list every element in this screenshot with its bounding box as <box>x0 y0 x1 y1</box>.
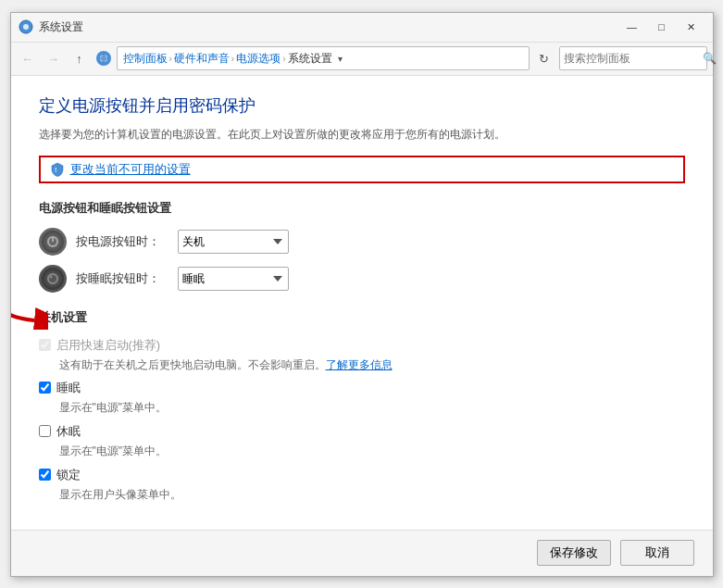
sleep-option-label: 睡眠 <box>56 380 81 396</box>
lock-checkbox[interactable] <box>39 469 51 481</box>
fast-startup-checkbox-item: 启用快速启动(推荐) <box>39 337 685 354</box>
window-icon <box>19 19 33 34</box>
breadcrumb-dropdown-arrow[interactable]: ▾ <box>338 54 343 64</box>
svg-text:!: ! <box>55 167 56 173</box>
hibernate-checkbox[interactable] <box>39 425 51 437</box>
save-button[interactable]: 保存修改 <box>537 540 611 566</box>
window-title: 系统设置 <box>39 19 618 35</box>
sleep-button-label: 按睡眠按钮时： <box>76 270 168 287</box>
sleep-checkbox-item: 睡眠 <box>39 380 685 396</box>
power-buttons-title: 电源按钮和睡眠按钮设置 <box>39 200 685 217</box>
svg-point-9 <box>48 274 57 283</box>
lock-label: 锁定 <box>56 467 81 483</box>
shield-icon: ! <box>50 162 65 177</box>
main-window: 系统设置 — □ ✕ ← → ↑ 控制面板 › 硬件和声音 › 电源选项 › 系… <box>10 12 714 577</box>
search-box: 🔍 <box>559 46 707 70</box>
settings-wrapper: 电源按钮和睡眠按钮设置 按电源按钮时： 关机 睡眠 休眠 不采取任何操 <box>39 200 685 510</box>
page-title: 定义电源按钮并启用密码保护 <box>39 94 685 117</box>
svg-point-10 <box>49 275 52 278</box>
change-settings-button[interactable]: ! 更改当前不可用的设置 <box>39 156 685 183</box>
sleep-button-row: 按睡眠按钮时： 睡眠 关机 休眠 不采取任何操作 <box>39 265 685 293</box>
power-button-label: 按电源按钮时： <box>76 233 168 250</box>
close-button[interactable]: ✕ <box>678 18 705 36</box>
fast-startup-desc: 这有助于在关机之后更快地启动电脑。不会影响重启。了解更多信息 <box>59 357 685 373</box>
fast-startup-label: 启用快速启动(推荐) <box>56 337 161 354</box>
up-button[interactable]: ↑ <box>69 47 91 69</box>
lock-checkbox-item: 锁定 <box>39 467 685 483</box>
fast-startup-checkbox[interactable] <box>39 339 51 351</box>
sleep-checkbox[interactable] <box>39 382 51 394</box>
minimize-button[interactable]: — <box>618 18 646 36</box>
title-bar: 系统设置 — □ ✕ <box>11 13 713 43</box>
sleep-option-desc: 显示在"电源"菜单中。 <box>59 400 685 416</box>
power-buttons-section: 电源按钮和睡眠按钮设置 按电源按钮时： 关机 睡眠 休眠 不采取任何操 <box>39 200 685 293</box>
window-controls: — □ ✕ <box>618 18 705 36</box>
back-button[interactable]: ← <box>17 47 39 69</box>
red-arrow-indicator <box>11 279 48 332</box>
breadcrumb-current: 系统设置 <box>288 51 332 67</box>
power-button-row: 按电源按钮时： 关机 睡眠 休眠 不采取任何操作 <box>39 228 685 256</box>
shutdown-section-title: 关机设置 <box>39 309 685 326</box>
refresh-button[interactable]: ↻ <box>533 47 555 69</box>
hibernate-desc: 显示在"电源"菜单中。 <box>59 444 685 459</box>
breadcrumb-control-panel[interactable]: 控制面板 <box>123 51 168 67</box>
content-area: 定义电源按钮并启用密码保护 选择要为您的计算机设置的电源设置。在此页上对设置所做… <box>11 76 713 530</box>
breadcrumb-power-options[interactable]: 电源选项 <box>236 51 280 67</box>
hibernate-checkbox-item: 休眠 <box>39 423 685 440</box>
cancel-button[interactable]: 取消 <box>620 540 694 566</box>
address-bar: ← → ↑ 控制面板 › 硬件和声音 › 电源选项 › 系统设置 ▾ ↻ 🔍 <box>11 43 713 76</box>
breadcrumb-hardware-sound[interactable]: 硬件和声音 <box>174 51 230 67</box>
search-icon[interactable]: 🔍 <box>703 52 717 65</box>
learn-more-link[interactable]: 了解更多信息 <box>326 358 393 371</box>
recent-icon <box>94 49 113 68</box>
power-button-action-select[interactable]: 关机 睡眠 休眠 不采取任何操作 <box>178 230 289 254</box>
hibernate-label: 休眠 <box>56 423 81 440</box>
forward-button[interactable]: → <box>43 47 65 69</box>
breadcrumb-bar: 控制面板 › 硬件和声音 › 电源选项 › 系统设置 ▾ <box>117 46 530 70</box>
lock-desc: 显示在用户头像菜单中。 <box>59 487 685 503</box>
maximize-button[interactable]: □ <box>648 18 676 36</box>
footer-bar: 保存修改 取消 <box>11 530 713 576</box>
search-input[interactable] <box>564 52 703 65</box>
svg-point-1 <box>23 24 29 30</box>
shutdown-section: 关机设置 启用快速启动(推荐) 这有助于在关机之后更快地启动电脑。不会影响重启。… <box>39 309 685 503</box>
sleep-button-action-select[interactable]: 睡眠 关机 休眠 不采取任何操作 <box>178 267 289 291</box>
power-button-icon <box>39 228 67 256</box>
page-subtitle: 选择要为您的计算机设置的电源设置。在此页上对设置所做的更改将应用于您所有的电源计… <box>39 126 685 143</box>
change-settings-label: 更改当前不可用的设置 <box>70 161 191 178</box>
